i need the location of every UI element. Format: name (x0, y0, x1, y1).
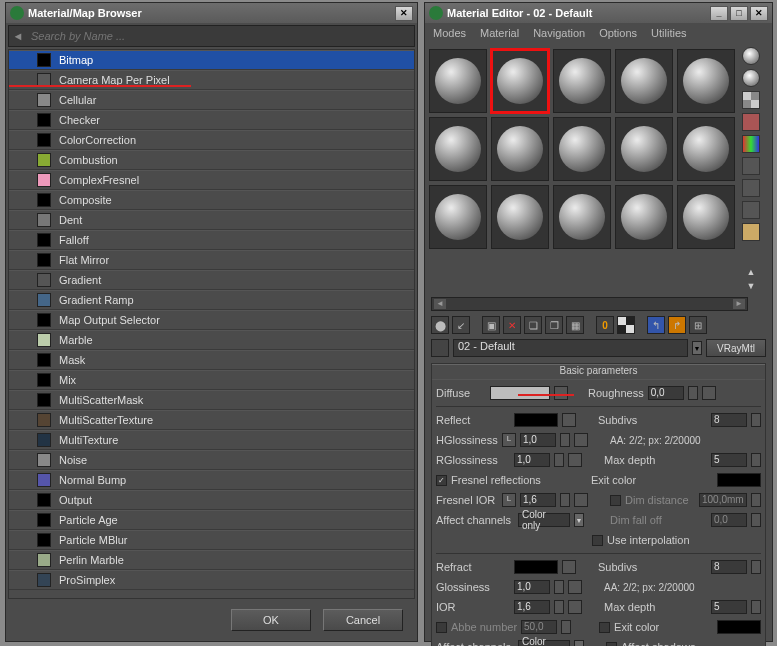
spinner-arrows[interactable] (554, 600, 564, 614)
diffuse-swatch[interactable] (490, 386, 550, 400)
tri-down-icon[interactable]: ▼ (747, 281, 756, 291)
menu-material[interactable]: Material (480, 27, 519, 39)
scroll-left-icon[interactable]: ◄ (434, 299, 446, 309)
map-item-perlin-marble[interactable]: Perlin Marble (9, 550, 414, 570)
close-button[interactable]: ✕ (750, 6, 768, 21)
sample-slot-5[interactable] (429, 117, 487, 181)
map-item-particle-mblur[interactable]: Particle MBlur (9, 530, 414, 550)
combo-arrow-icon[interactable]: ▼ (574, 513, 584, 527)
select-by-mat-icon[interactable] (742, 201, 760, 219)
browser-titlebar[interactable]: Material/Map Browser ✕ (6, 3, 417, 23)
glossiness-map-button[interactable] (568, 580, 582, 594)
backlight-icon[interactable] (742, 69, 760, 87)
spinner-arrows[interactable] (751, 453, 761, 467)
show-map-icon[interactable] (617, 316, 635, 334)
lock-icon[interactable]: L (502, 493, 516, 507)
roughness-spinner[interactable]: 0,0 (648, 386, 684, 400)
map-item-dent[interactable]: Dent (9, 210, 414, 230)
reflect-swatch[interactable] (514, 413, 558, 427)
spinner-arrows[interactable] (560, 433, 570, 447)
menu-modes[interactable]: Modes (433, 27, 466, 39)
map-item-falloff[interactable]: Falloff (9, 230, 414, 250)
exitcolor2-swatch[interactable] (717, 620, 761, 634)
map-item-output[interactable]: Output (9, 490, 414, 510)
sample-slot-14[interactable] (677, 185, 735, 249)
map-item-camera-map-per-pixel[interactable]: Camera Map Per Pixel (9, 70, 414, 90)
hgloss-spinner[interactable]: 1,0 (520, 433, 556, 447)
menu-utilities[interactable]: Utilities (651, 27, 686, 39)
rgloss-spinner[interactable]: 1,0 (514, 453, 550, 467)
material-type-button[interactable]: VRayMtl (706, 339, 766, 357)
make-unique-icon[interactable]: ❐ (545, 316, 563, 334)
sample-uv-icon[interactable] (742, 113, 760, 131)
tri-up-icon[interactable]: ▲ (747, 267, 756, 277)
sample-slot-4[interactable] (677, 49, 735, 113)
mtl-id-channel-icon[interactable]: 0 (596, 316, 614, 334)
exitcolor2-checkbox[interactable] (599, 622, 610, 633)
sample-slot-2[interactable] (553, 49, 611, 113)
spinner-arrows[interactable] (751, 413, 761, 427)
go-forward-icon[interactable]: ↱ (668, 316, 686, 334)
fresnelior-map-button[interactable] (574, 493, 588, 507)
map-item-cellular[interactable]: Cellular (9, 90, 414, 110)
sample-slot-1[interactable] (491, 49, 549, 113)
sample-type-icon[interactable] (742, 47, 760, 65)
roughness-map-button[interactable] (702, 386, 716, 400)
map-item-colorcorrection[interactable]: ColorCorrection (9, 130, 414, 150)
spinner-arrows[interactable] (751, 600, 761, 614)
get-material-icon[interactable]: ⬤ (431, 316, 449, 334)
preview-icon[interactable] (742, 157, 760, 175)
fresnelior-spinner[interactable]: 1,6 (520, 493, 556, 507)
map-item-flat-mirror[interactable]: Flat Mirror (9, 250, 414, 270)
close-button[interactable]: ✕ (395, 6, 413, 21)
video-color-icon[interactable] (742, 135, 760, 153)
map-item-prosimplex[interactable]: ProSimplex (9, 570, 414, 590)
material-name-field[interactable]: 02 - Default (453, 339, 688, 357)
affectch-combo[interactable]: Color only (518, 513, 570, 527)
hgloss-map-button[interactable] (574, 433, 588, 447)
map-item-normal-bump[interactable]: Normal Bump (9, 470, 414, 490)
back-icon[interactable]: ◄ (9, 30, 27, 42)
rgloss-map-button[interactable] (568, 453, 582, 467)
map-item-multiscattertexture[interactable]: MultiScatterTexture (9, 410, 414, 430)
rollout-header[interactable]: Basic parameters (432, 364, 765, 380)
ior-map-button[interactable] (568, 600, 582, 614)
sample-slot-6[interactable] (491, 117, 549, 181)
map-item-complexfresnel[interactable]: ComplexFresnel (9, 170, 414, 190)
background-icon[interactable] (742, 91, 760, 109)
map-item-gradient-ramp[interactable]: Gradient Ramp (9, 290, 414, 310)
editor-titlebar[interactable]: Material Editor - 02 - Default _ □ ✕ (425, 3, 772, 23)
map-item-composite[interactable]: Composite (9, 190, 414, 210)
put-to-scene-icon[interactable]: ↙ (452, 316, 470, 334)
minimize-button[interactable]: _ (710, 6, 728, 21)
menu-options[interactable]: Options (599, 27, 637, 39)
map-item-mix[interactable]: Mix (9, 370, 414, 390)
diffuse-map-button[interactable] (554, 386, 568, 400)
map-list[interactable]: BitmapCamera Map Per PixelCellularChecke… (8, 49, 415, 599)
map-item-map-output-selector[interactable]: Map Output Selector (9, 310, 414, 330)
slate-icon[interactable]: ⊞ (689, 316, 707, 334)
slot-scrollbar[interactable]: ◄ ► (431, 297, 748, 311)
sample-slot-3[interactable] (615, 49, 673, 113)
dropper-icon[interactable] (431, 339, 449, 357)
sample-slot-0[interactable] (429, 49, 487, 113)
cancel-button[interactable]: Cancel (323, 609, 403, 631)
maximize-button[interactable]: □ (730, 6, 748, 21)
assign-to-sel-icon[interactable]: ▣ (482, 316, 500, 334)
map-item-mask[interactable]: Mask (9, 350, 414, 370)
maxdepth-spinner[interactable]: 5 (711, 453, 747, 467)
map-item-noise[interactable]: Noise (9, 450, 414, 470)
map-item-checker[interactable]: Checker (9, 110, 414, 130)
make-copy-icon[interactable]: ❏ (524, 316, 542, 334)
glossiness-spinner[interactable]: 1,0 (514, 580, 550, 594)
map-item-bitmap[interactable]: Bitmap (9, 50, 414, 70)
search-input[interactable] (27, 30, 414, 42)
refr-subdivs-spinner[interactable]: 8 (711, 560, 747, 574)
map-item-gradient[interactable]: Gradient (9, 270, 414, 290)
spinner-arrows[interactable] (554, 453, 564, 467)
scroll-right-icon[interactable]: ► (733, 299, 745, 309)
map-item-multitexture[interactable]: MultiTexture (9, 430, 414, 450)
ok-button[interactable]: OK (231, 609, 311, 631)
reflect-map-button[interactable] (562, 413, 576, 427)
put-to-lib-icon[interactable]: ▦ (566, 316, 584, 334)
